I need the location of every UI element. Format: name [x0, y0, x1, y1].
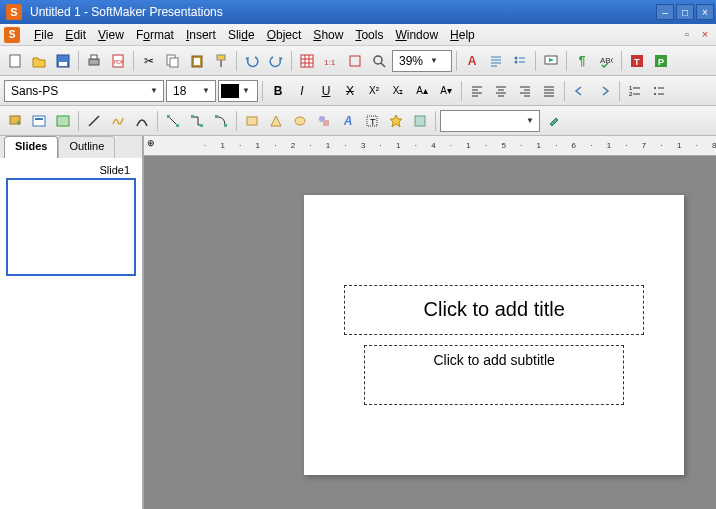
svg-text:P: P [658, 57, 664, 67]
object-combo[interactable]: ▼ [440, 110, 540, 132]
chevron-down-icon[interactable]: ▼ [523, 116, 537, 125]
line-tool-button[interactable] [83, 110, 105, 132]
actual-size-button[interactable]: 1:1 [320, 50, 342, 72]
undo-button[interactable] [241, 50, 263, 72]
autoshapes-button[interactable] [265, 110, 287, 132]
bulleted-list-button[interactable] [648, 80, 670, 102]
decrease-font-button[interactable]: A▾ [435, 80, 457, 102]
svg-rect-71 [215, 115, 218, 118]
menu-insert[interactable]: Insert [180, 26, 222, 44]
bold-button[interactable]: B [267, 80, 289, 102]
menu-tools[interactable]: Tools [349, 26, 389, 44]
horizontal-ruler: · 1 · 1 · 2 · 1 · 3 · 1 · 4 · 1 · 5 · 1 … [144, 136, 716, 156]
curve-tool-button[interactable] [131, 110, 153, 132]
pdf-button[interactable]: PDF [107, 50, 129, 72]
menu-show[interactable]: Show [307, 26, 349, 44]
format-paint-button[interactable] [210, 50, 232, 72]
strike-button[interactable]: X [339, 80, 361, 102]
svg-text:1:1: 1:1 [324, 58, 336, 67]
italic-button[interactable]: I [291, 80, 313, 102]
connector-curved-button[interactable] [210, 110, 232, 132]
nonprinting-button[interactable]: ¶ [571, 50, 593, 72]
close-button[interactable]: × [696, 4, 714, 20]
chevron-down-icon[interactable]: ▼ [147, 86, 161, 95]
cut-button[interactable]: ✂ [138, 50, 160, 72]
doc-close-icon[interactable]: × [698, 28, 712, 42]
menu-edit[interactable]: Edit [59, 26, 92, 44]
textmaker-button[interactable]: T [626, 50, 648, 72]
font-size-combo[interactable]: 18 ▼ [166, 80, 216, 102]
connector-straight-button[interactable] [162, 110, 184, 132]
menu-file[interactable]: File [28, 26, 59, 44]
bullets-button[interactable] [509, 50, 531, 72]
new-button[interactable] [4, 50, 26, 72]
menu-view[interactable]: View [92, 26, 130, 44]
align-center-button[interactable] [490, 80, 512, 102]
scribble-tool-button[interactable] [107, 110, 129, 132]
align-right-button[interactable] [514, 80, 536, 102]
subscript-button[interactable]: X₂ [387, 80, 409, 102]
ellipse-button[interactable] [289, 110, 311, 132]
numbered-list-button[interactable]: 12 [624, 80, 646, 102]
shapes-button[interactable] [313, 110, 335, 132]
svg-text:T: T [370, 117, 376, 127]
chevron-down-icon[interactable]: ▼ [199, 86, 213, 95]
character-button[interactable]: A [461, 50, 483, 72]
menu-bar: S File Edit View Format Insert Slide Obj… [0, 24, 716, 46]
svg-line-21 [381, 63, 385, 67]
connector-elbow-button[interactable] [186, 110, 208, 132]
copy-button[interactable] [162, 50, 184, 72]
run-presentation-button[interactable] [540, 50, 562, 72]
spellcheck-button[interactable]: ABC [595, 50, 617, 72]
chevron-down-icon[interactable]: ▼ [427, 56, 441, 65]
print-button[interactable] [83, 50, 105, 72]
action-button[interactable] [385, 110, 407, 132]
doc-restore-icon[interactable]: ▫ [680, 28, 694, 42]
open-button[interactable] [28, 50, 50, 72]
rectangle-button[interactable] [241, 110, 263, 132]
insert-table-button[interactable] [296, 50, 318, 72]
slide[interactable]: Click to add title Click to add subtitle [304, 195, 684, 475]
textart-button[interactable]: A [337, 110, 359, 132]
slide-layout-button[interactable] [28, 110, 50, 132]
title-placeholder[interactable]: Click to add title [344, 285, 644, 335]
zoom-button[interactable] [368, 50, 390, 72]
increase-font-button[interactable]: A▴ [411, 80, 433, 102]
chevron-down-icon[interactable]: ▼ [239, 86, 253, 95]
menu-format[interactable]: Format [130, 26, 180, 44]
paste-button[interactable] [186, 50, 208, 72]
align-left-button[interactable] [466, 80, 488, 102]
save-button[interactable] [52, 50, 74, 72]
redo-button[interactable] [265, 50, 287, 72]
demote-button[interactable] [593, 80, 615, 102]
tab-slides[interactable]: Slides [4, 136, 58, 158]
superscript-button[interactable]: X² [363, 80, 385, 102]
zoom-fit-button[interactable] [344, 50, 366, 72]
maximize-button[interactable]: □ [676, 4, 694, 20]
subtitle-placeholder[interactable]: Click to add subtitle [364, 345, 624, 405]
align-justify-button[interactable] [538, 80, 560, 102]
paragraph-button[interactable] [485, 50, 507, 72]
menu-help[interactable]: Help [444, 26, 481, 44]
menu-object[interactable]: Object [261, 26, 308, 44]
zoom-value: 39% [395, 54, 427, 68]
text-frame-button[interactable]: T [361, 110, 383, 132]
zoom-combo[interactable]: 39% ▼ [392, 50, 452, 72]
menu-window[interactable]: Window [389, 26, 444, 44]
font-combo[interactable]: Sans-PS ▼ [4, 80, 164, 102]
slide-design-button[interactable] [52, 110, 74, 132]
new-slide-button[interactable]: + [4, 110, 26, 132]
menu-slide[interactable]: Slide [222, 26, 261, 44]
font-color-combo[interactable]: ▼ [218, 80, 258, 102]
font-size-value: 18 [169, 84, 199, 98]
object-properties-button[interactable] [542, 110, 564, 132]
underline-button[interactable]: U [315, 80, 337, 102]
svg-rect-8 [170, 58, 178, 67]
svg-rect-76 [323, 120, 329, 126]
promote-button[interactable] [569, 80, 591, 102]
slide-thumbnail[interactable] [6, 178, 136, 276]
planmaker-button[interactable]: P [650, 50, 672, 72]
minimize-button[interactable]: – [656, 4, 674, 20]
ole-object-button[interactable] [409, 110, 431, 132]
tab-outline[interactable]: Outline [58, 136, 115, 158]
